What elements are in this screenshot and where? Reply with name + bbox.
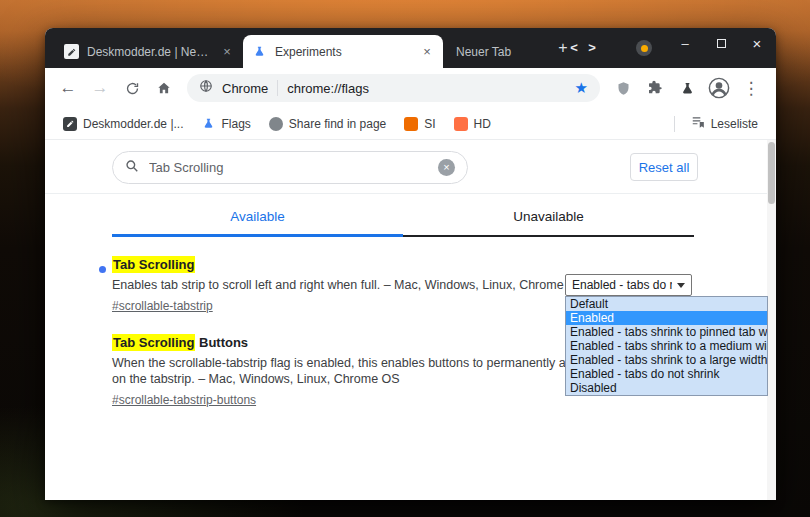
flag-entry-tab-scrolling: Tab Scrolling Enables tab strip to scrol… [112, 257, 612, 314]
desktop-wallpaper: Deskmodder.de | News, Tipps × Experiment… [0, 0, 810, 517]
option-enabled-no-shrink[interactable]: Enabled - tabs do not shrink [566, 367, 767, 381]
profile-avatar[interactable] [704, 73, 734, 103]
maximize-icon [717, 39, 726, 48]
share-find-icon [269, 117, 283, 131]
site-label: Chrome [222, 81, 268, 96]
bookmark-label: Share find in page [289, 117, 386, 131]
clear-search-icon[interactable]: × [438, 159, 455, 176]
bookmarks-divider [674, 116, 675, 132]
reload-button[interactable] [117, 73, 147, 103]
bookmark-label: Flags [222, 117, 251, 131]
experiments-flask-icon [252, 44, 267, 59]
bookmark-deskmodder[interactable]: Deskmodder.de |... [55, 112, 192, 136]
bookmark-hd[interactable]: HD [446, 112, 499, 136]
status-dot [641, 45, 648, 52]
select-value: Enabled - tabs do not [572, 278, 672, 292]
flag-description: Enables tab strip to scroll left and rig… [112, 277, 612, 293]
flag-title: Tab Scrolling [112, 257, 612, 272]
forward-button[interactable]: → [85, 73, 115, 103]
bookmark-share-find-in-page[interactable]: Share find in page [261, 112, 394, 136]
tab-experiments-active[interactable]: Experiments × [243, 35, 443, 68]
back-button[interactable]: ← [53, 73, 83, 103]
scrollbar-thumb[interactable] [768, 142, 775, 204]
reset-all-button[interactable]: Reset all [630, 153, 698, 181]
tab-deskmodder[interactable]: Deskmodder.de | News, Tipps × [55, 35, 243, 68]
site-info-globe-icon[interactable] [199, 79, 213, 97]
status-indicator-icon[interactable] [636, 40, 652, 56]
titlebar: Deskmodder.de | News, Tipps × Experiment… [45, 28, 776, 68]
tab-scroll-right-button[interactable]: > [585, 40, 599, 55]
reading-list-icon [691, 115, 705, 132]
extension-shield-icon[interactable] [608, 73, 638, 103]
flag-title-highlight: Tab Scrolling [112, 256, 195, 273]
reading-list-label: Leseliste [711, 117, 758, 131]
option-default[interactable]: Default [566, 297, 767, 311]
search-input[interactable] [149, 160, 428, 175]
flag-permalink[interactable]: #scrollable-tabstrip [112, 299, 213, 313]
flags-page: × Reset all Available Unavailable Tab Sc… [45, 140, 776, 500]
flag-title-highlight: Tab Scrolling [112, 334, 195, 351]
bookmark-label: SI [424, 117, 435, 131]
tab-close-icon[interactable]: × [220, 44, 234, 59]
option-enabled-medium-width[interactable]: Enabled - tabs shrink to a medium width [566, 339, 767, 353]
extensions-puzzle-icon[interactable] [640, 73, 670, 103]
navigation-toolbar: ← → Chrome chrome://flags ★ [45, 68, 776, 108]
flask-extension-icon[interactable] [672, 73, 702, 103]
tab-label: Experiments [275, 45, 412, 59]
close-window-button[interactable]: × [739, 28, 775, 58]
reading-list-button[interactable]: Leseliste [683, 112, 766, 136]
flag-select-dropdown[interactable]: Enabled - tabs do not [565, 274, 692, 296]
flags-tab-strip: Available Unavailable [112, 200, 694, 237]
flag-entry-tab-scrolling-buttons: Tab Scrolling Buttons When the scrollabl… [112, 335, 604, 408]
search-icon [125, 159, 139, 177]
url-text[interactable]: chrome://flags [287, 81, 568, 96]
deskmodder-favicon-icon [64, 44, 79, 59]
omnibox-separator [277, 80, 278, 96]
flag-title: Tab Scrolling Buttons [112, 335, 604, 350]
home-button[interactable] [149, 73, 179, 103]
option-enabled-large-width[interactable]: Enabled - tabs shrink to a large width [566, 353, 767, 367]
option-enabled-pinned-width[interactable]: Enabled - tabs shrink to pinned tab widt… [566, 325, 767, 339]
browser-window: Deskmodder.de | News, Tipps × Experiment… [45, 28, 776, 500]
address-bar[interactable]: Chrome chrome://flags ★ [187, 74, 600, 102]
bookmarks-bar: Deskmodder.de |... Flags Share find in p… [45, 108, 776, 140]
maximize-button[interactable] [703, 28, 739, 58]
tab-label: Neuer Tab [456, 45, 534, 59]
option-disabled[interactable]: Disabled [566, 381, 767, 395]
flags-flask-icon [202, 117, 216, 131]
tab-neuer-tab[interactable]: Neuer Tab [447, 35, 543, 68]
deskmodder-bookmark-icon [63, 117, 77, 131]
bookmark-si[interactable]: SI [396, 112, 443, 136]
flag-modified-dot [99, 266, 106, 273]
bookmark-label: Deskmodder.de |... [83, 117, 184, 131]
tab-scroll-left-button[interactable]: < [567, 40, 581, 55]
chevron-down-icon [677, 283, 685, 288]
select-options-list: Default Enabled Enabled - tabs shrink to… [565, 296, 768, 396]
minimize-button[interactable]: – [667, 28, 703, 58]
search-row-divider [45, 193, 776, 194]
flag-permalink[interactable]: #scrollable-tabstrip-buttons [112, 393, 256, 407]
tab-close-icon[interactable]: × [420, 44, 434, 59]
menu-icon[interactable]: ⋮ [736, 73, 766, 103]
page-scrollbar[interactable] [767, 140, 776, 500]
tab-unavailable[interactable]: Unavailable [403, 200, 694, 237]
si-favicon-icon [404, 117, 418, 131]
tab-label: Deskmodder.de | News, Tipps [87, 45, 212, 59]
bookmark-label: HD [474, 117, 491, 131]
hd-favicon-icon [454, 117, 468, 131]
bookmark-flags[interactable]: Flags [194, 112, 259, 136]
bookmark-star-icon[interactable]: ★ [569, 79, 594, 97]
flag-description: When the scrollable-tabstrip flag is ena… [112, 355, 604, 387]
flag-title-rest: Buttons [195, 335, 248, 350]
tab-available[interactable]: Available [112, 200, 403, 237]
flags-search-box[interactable]: × [112, 151, 468, 184]
option-enabled[interactable]: Enabled [566, 311, 767, 325]
